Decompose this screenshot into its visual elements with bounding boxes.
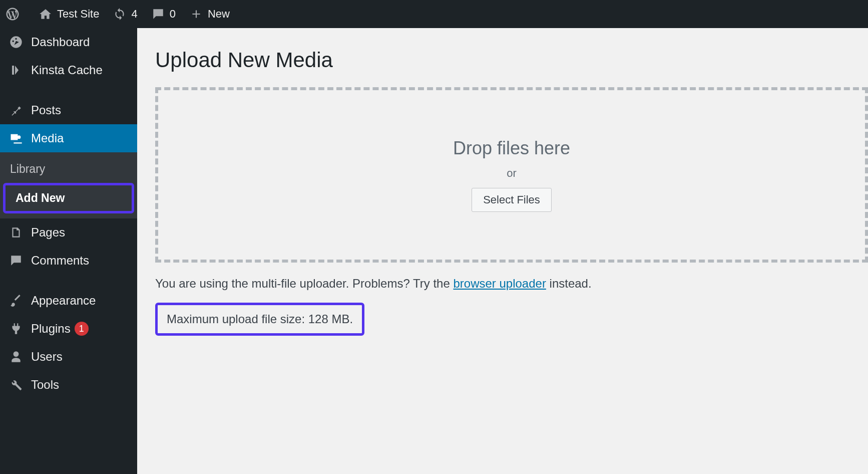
sidebar-label: Kinsta Cache: [31, 63, 103, 77]
plugin-icon: [8, 322, 24, 335]
sidebar-item-comments[interactable]: Comments: [0, 247, 137, 275]
browser-uploader-link[interactable]: browser uploader: [453, 277, 546, 290]
sidebar-label: Appearance: [31, 294, 96, 308]
site-name-link[interactable]: Test Site: [39, 8, 99, 21]
submenu-add-new[interactable]: Add New: [6, 185, 132, 211]
submenu-library[interactable]: Library: [0, 156, 137, 182]
media-icon: [8, 131, 24, 145]
sidebar-item-users[interactable]: Users: [0, 343, 137, 371]
upload-dropzone[interactable]: Drop files here or Select Files: [155, 87, 868, 263]
home-icon: [39, 8, 52, 21]
sidebar-item-media[interactable]: Media: [0, 124, 137, 152]
comments-link[interactable]: 0: [152, 8, 176, 21]
updates-count: 4: [131, 8, 137, 21]
sidebar-item-pages[interactable]: Pages: [0, 218, 137, 247]
comment-icon: [152, 8, 165, 21]
brush-icon: [8, 294, 24, 307]
page-title: Upload New Media: [155, 48, 868, 72]
site-name-label: Test Site: [57, 8, 99, 21]
wordpress-icon: [5, 7, 20, 22]
wrench-icon: [8, 378, 24, 391]
sidebar-item-tools[interactable]: Tools: [0, 371, 137, 399]
dashboard-icon: [8, 35, 24, 49]
sidebar-label: Plugins: [31, 322, 71, 336]
highlight-max-size: Maximum upload file size: 128 MB.: [155, 303, 364, 336]
admin-toolbar: Test Site 4 0 New: [0, 0, 868, 28]
uploader-info: You are using the multi-file uploader. P…: [155, 277, 868, 291]
info-suffix: instead.: [546, 277, 592, 290]
sidebar-label: Media: [31, 131, 64, 145]
sidebar-label: Dashboard: [31, 35, 90, 49]
sidebar-item-appearance[interactable]: Appearance: [0, 287, 137, 315]
wp-logo[interactable]: [5, 7, 25, 22]
new-label: New: [208, 8, 230, 21]
refresh-icon: [113, 8, 126, 21]
highlight-add-new: Add New: [3, 183, 134, 213]
main-content: Upload New Media Drop files here or Sele…: [137, 28, 868, 474]
sidebar-label: Users: [31, 350, 63, 364]
sidebar-item-posts[interactable]: Posts: [0, 96, 137, 124]
plus-icon: [190, 8, 203, 21]
select-files-button[interactable]: Select Files: [472, 188, 552, 212]
sidebar-item-dashboard[interactable]: Dashboard: [0, 28, 137, 56]
admin-sidebar: Dashboard Kinsta Cache Posts Media Libra…: [0, 28, 137, 474]
pin-icon: [8, 104, 24, 117]
drop-text: Drop files here: [453, 138, 570, 159]
kinsta-icon: [8, 64, 24, 76]
pages-icon: [8, 226, 24, 239]
plugins-count-badge: 1: [75, 322, 89, 336]
media-submenu: Library Add New: [0, 152, 137, 218]
comments-count: 0: [170, 8, 176, 21]
sidebar-item-plugins[interactable]: Plugins 1: [0, 315, 137, 343]
new-content-link[interactable]: New: [190, 8, 230, 21]
sidebar-label: Tools: [31, 378, 59, 392]
or-text: or: [507, 167, 517, 180]
sidebar-label: Comments: [31, 254, 89, 268]
max-upload-size: Maximum upload file size: 128 MB.: [167, 312, 353, 326]
comments-icon: [8, 254, 24, 267]
user-icon: [8, 350, 24, 363]
sidebar-item-kinsta[interactable]: Kinsta Cache: [0, 56, 137, 84]
updates-link[interactable]: 4: [113, 8, 137, 21]
sidebar-label: Pages: [31, 225, 65, 240]
sidebar-label: Posts: [31, 103, 61, 117]
info-prefix: You are using the multi-file uploader. P…: [155, 277, 453, 290]
